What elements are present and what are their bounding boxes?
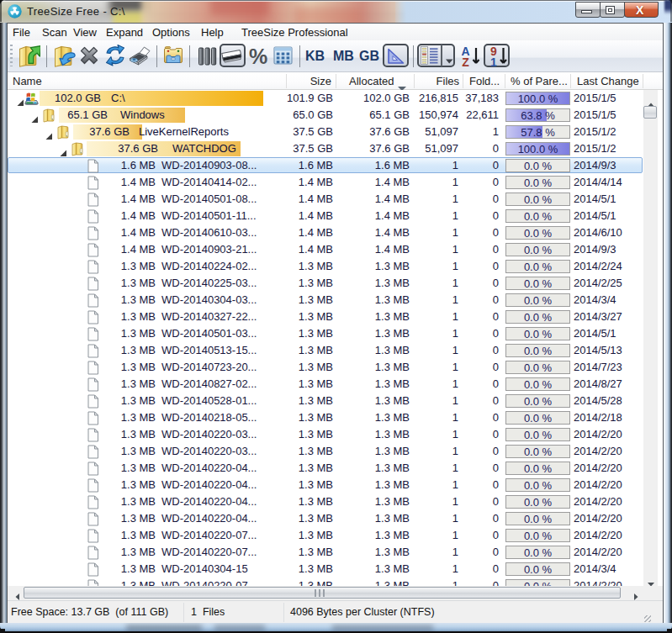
svg-text:1: 1	[490, 55, 497, 68]
svg-text:Z: Z	[462, 55, 469, 68]
